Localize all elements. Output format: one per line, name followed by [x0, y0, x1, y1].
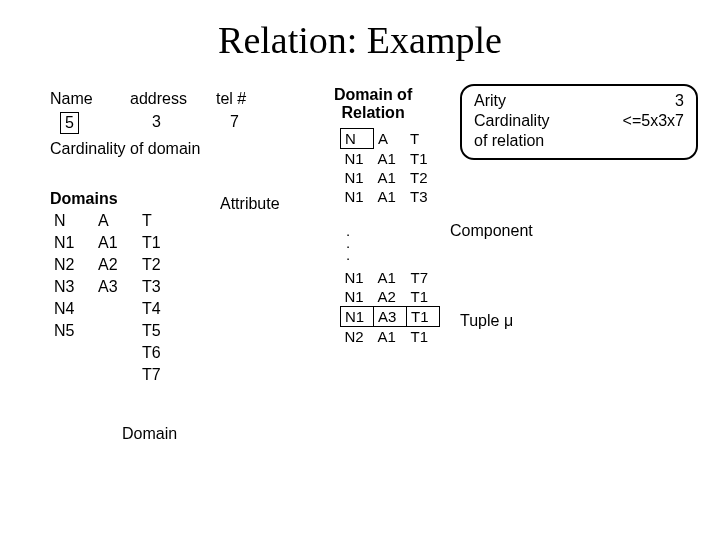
arity-label: Arity	[474, 92, 506, 110]
of-relation: of relation	[474, 132, 544, 149]
component-label: Component	[450, 222, 533, 240]
cardinality-label: Cardinality	[474, 112, 550, 130]
name-cardinality: 5	[60, 112, 79, 134]
tuple-label: Tuple μ	[460, 312, 513, 330]
col-tel: tel #	[216, 90, 246, 108]
domains-table: N A T N1A1T1 N2A2T2 N3A3T3 N4T4 N5T5 T6 …	[50, 210, 182, 386]
relation-table-top: N A T N1A1T1 N1A1T2 N1A1T3	[340, 128, 438, 206]
relation-table-bottom: N1A1T7 N1A2T1 N1 A3 T1 N2A1T1	[340, 268, 440, 346]
col-address: address	[130, 90, 187, 108]
domain-label: Domain	[122, 425, 177, 443]
cardinality-value: <=5x3x7	[623, 112, 684, 130]
address-cardinality: 3	[152, 113, 161, 131]
domain-of-relation: Domain of Relation	[334, 86, 412, 122]
tuple-mu: N1 A3 T1	[341, 307, 440, 327]
cardinality-of-domain: Cardinality of domain	[50, 140, 200, 158]
ellipsis: ...	[346, 225, 350, 261]
properties-box: Arity 3 Cardinality <=5x3x7 of relation	[460, 84, 698, 160]
col-name: Name	[50, 90, 93, 108]
arity-value: 3	[675, 92, 684, 110]
slide-title: Relation: Example	[0, 18, 720, 62]
domains-header: Domains	[50, 190, 118, 208]
tel-cardinality: 7	[230, 113, 239, 131]
attribute-label: Attribute	[220, 195, 280, 213]
